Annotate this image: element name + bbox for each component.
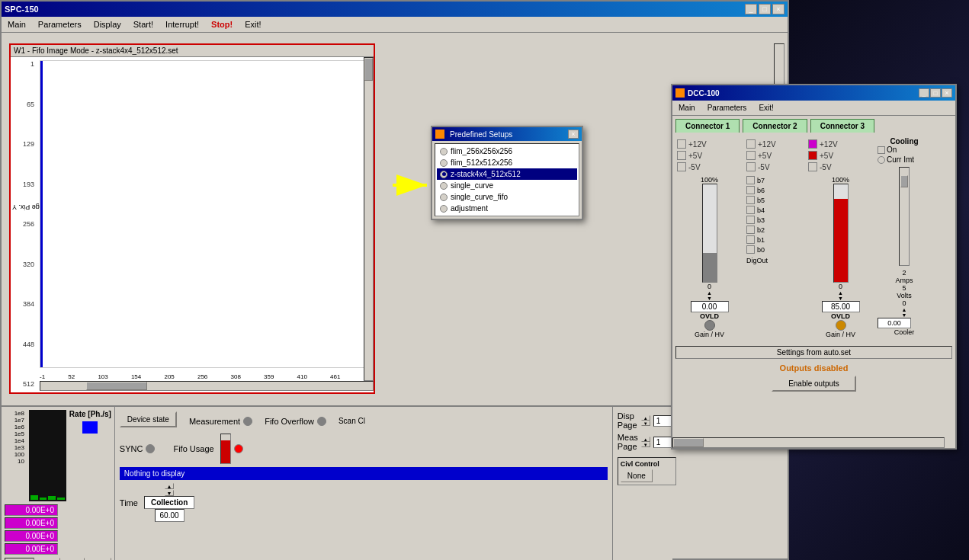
rate-input-3[interactable]: 0.00E+0 [5,530,58,542]
c3-gain-value[interactable]: 85.00 [822,301,860,312]
menu-main[interactable]: Main [5,18,29,30]
collection-up-arrow[interactable]: ▲ [165,483,174,489]
dig-b2: b2 [746,226,804,234]
dig-b0-checkbox[interactable] [746,245,755,254]
menu-exit[interactable]: Exit! [242,18,264,30]
c1-v12-label: +12V [688,140,707,149]
cooler-label: Cooler [878,328,931,336]
c1-gain-down[interactable]: ▼ [707,296,712,301]
close-button[interactable]: × [772,4,785,14]
none-button[interactable]: None [621,469,653,482]
cooling-on-checkbox[interactable] [878,146,885,154]
h-scrollbar-thumb[interactable] [86,382,147,390]
dig-b3-checkbox[interactable] [746,216,755,224]
fifo-usage-label: Fifo Usage [173,444,213,453]
dialog-title-bar: Predefined Setups × [432,127,582,141]
c1-v12-checkbox[interactable] [677,139,686,149]
y-label-129: 129 [12,140,37,148]
dig-b2-checkbox[interactable] [746,226,755,234]
disp-page-up[interactable]: ▲ [641,415,650,421]
setup-item-5[interactable]: adjustment [437,203,577,214]
device-state-button[interactable]: Device state [120,411,177,427]
digout-section: b7 b6 b5 b4 b3 [746,176,804,264]
dig-b4-checkbox[interactable] [746,206,755,214]
c3-gain-hv-label: Gain / HV [826,331,855,338]
menu-display[interactable]: Display [91,18,124,30]
dcc-minimize-button[interactable]: _ [919,88,929,98]
c3-gain-up[interactable]: ▲ [838,290,843,296]
connector1-tab[interactable]: Connector 1 [675,119,740,133]
setup-item-3[interactable]: single_curve [437,180,577,191]
c2-v5-checkbox[interactable] [746,151,756,160]
rate-input-1[interactable]: 0.00E+0 [5,504,58,516]
cooling-label: Cooling [878,137,931,146]
dcc-menu-exit[interactable]: Exit! [756,102,776,114]
dialog-title-content: Predefined Setups [435,130,512,139]
maximize-button[interactable]: □ [759,4,771,14]
dialog-close-button[interactable]: × [568,130,579,139]
radio-inner-2 [442,172,446,176]
v-scrollbar-thumb[interactable] [364,58,373,81]
dig-b3: b3 [746,216,804,224]
cooler-down[interactable]: ▼ [878,312,931,318]
setup-item-2[interactable]: z-stack4x4_512x512 [437,168,577,180]
cooler-value[interactable]: 0.00 [878,318,911,328]
c1-gain-value[interactable]: 0.00 [691,301,729,312]
c1-vneg5-label: -5V [688,163,701,171]
c3-vneg5-checkbox[interactable] [808,162,817,171]
dig-b6-checkbox[interactable] [746,186,755,194]
meas-page-up[interactable]: ▲ [641,437,650,442]
menu-stop[interactable]: Stop! [208,18,236,30]
meas-page-down[interactable]: ▼ [641,442,650,447]
c2-v12-checkbox[interactable] [746,139,756,149]
c3-v5-checkbox[interactable] [808,151,817,160]
rate-input-4[interactable]: 0.00E+0 [5,543,58,555]
menu-start[interactable]: Start! [130,18,156,30]
curr-imt-radio[interactable] [878,156,885,164]
dcc-bottom-scrollbar[interactable] [672,437,945,448]
disp-page-down[interactable]: ▼ [641,421,650,426]
c3-v12-checkbox[interactable] [808,139,817,149]
c1-v5-label: +5V [688,152,702,160]
h-scrollbar[interactable] [40,381,374,391]
image-display-area[interactable] [40,60,371,368]
menu-parameters[interactable]: Parameters [35,18,85,30]
collection-down-arrow[interactable]: ▼ [165,490,174,496]
connector3-tab[interactable]: Connector 3 [810,119,874,133]
c2-vneg5-checkbox[interactable] [746,162,756,171]
dcc-maximize-button[interactable]: □ [930,88,941,98]
cooling-slider[interactable] [899,167,910,266]
cooler-up[interactable]: ▲ [878,307,931,312]
cooling-slider-thumb[interactable] [900,175,908,187]
setup-item-4[interactable]: single_curve_fifo [437,191,577,203]
image-panel: W1 - Fifo Image Mode - z-stack4x4_512x51… [9,43,375,394]
c1-v5-checkbox[interactable] [677,151,686,160]
setup-item-0[interactable]: flim_256x256x256 [437,146,577,157]
rate-bar-1 [30,495,38,500]
dcc-bottom-scroll-thumb[interactable] [673,438,704,447]
c3-gain-down[interactable]: ▼ [838,296,843,301]
rate-input-2[interactable]: 0.00E+0 [5,517,58,529]
dig-b7: b7 [746,176,804,184]
minimize-button[interactable]: _ [745,4,757,14]
dig-b1-checkbox[interactable] [746,235,755,244]
c1-vneg5-checkbox[interactable] [677,162,686,171]
c2-voltages: +12V +5V -5V [746,139,804,171]
dcc-menu-parameters[interactable]: Parameters [704,102,750,114]
c1-gain-up[interactable]: ▲ [707,290,712,296]
enable-outputs-button[interactable]: Enable outputs [772,376,856,392]
v-scrollbar[interactable] [364,57,374,381]
dig-b5-checkbox[interactable] [746,196,755,204]
dig-b7-checkbox[interactable] [746,176,755,184]
connector2-tab[interactable]: Connector 2 [743,119,807,133]
c3-vneg5: -5V [808,162,873,171]
collection-value[interactable]: 60.00 [155,509,184,522]
dig-b6: b6 [746,186,804,194]
setup-item-1[interactable]: flim_512x512x256 [437,157,577,168]
c1-gain-slider[interactable] [702,184,717,283]
dcc-menu-main[interactable]: Main [675,102,698,114]
dig-b6-label: b6 [757,187,765,194]
dcc-close-button[interactable]: × [942,88,952,98]
menu-interrupt[interactable]: Interrupt! [162,18,202,30]
c3-gain-slider[interactable] [833,184,849,283]
